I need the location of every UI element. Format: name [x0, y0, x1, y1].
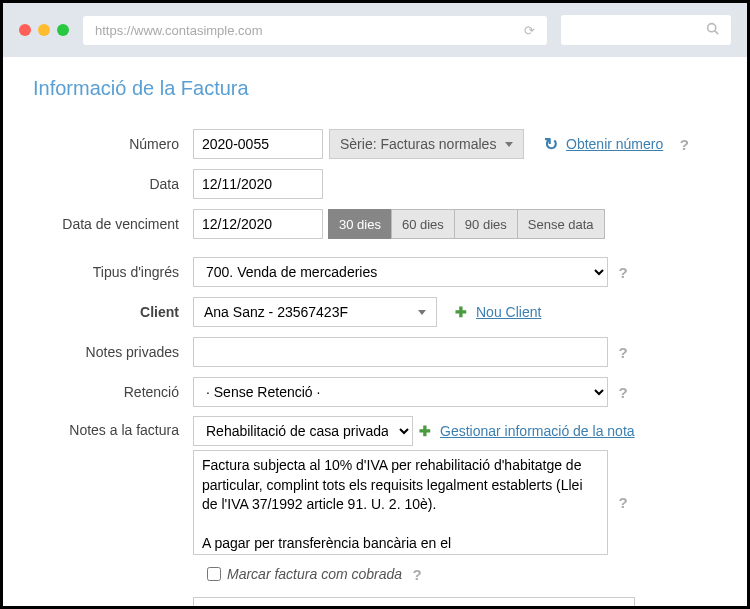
chevron-down-icon	[505, 142, 513, 147]
btn-30dies[interactable]: 30 dies	[328, 209, 392, 239]
client-selected: Ana Sanz - 23567423F	[204, 304, 348, 320]
plus-icon: ✚	[419, 423, 431, 439]
label-data: Data	[33, 176, 193, 192]
ext-text-pre: Puja la factura al teu compte de	[225, 605, 410, 609]
label-numero: Número	[33, 136, 193, 152]
svg-line-1	[715, 31, 718, 34]
help-icon[interactable]: ?	[614, 263, 632, 281]
tipus-select[interactable]: 700. Venda de mercaderies	[193, 257, 608, 287]
btn-sensedata[interactable]: Sense data	[517, 209, 605, 239]
client-dropdown[interactable]: Ana Sanz - 23567423F	[193, 297, 437, 327]
label-venciment: Data de venciment	[33, 216, 193, 232]
cobrada-checkbox[interactable]	[207, 567, 221, 581]
external-upload-box[interactable]: ✚ Puja la factura al teu compte de Dropb…	[193, 597, 635, 609]
numero-input[interactable]	[193, 129, 323, 159]
window-max-btn[interactable]	[57, 24, 69, 36]
help-icon[interactable]: ?	[614, 383, 632, 401]
help-icon[interactable]: ?	[675, 135, 693, 153]
label-client: Client	[33, 304, 193, 320]
nou-client-link[interactable]: Nou Client	[476, 304, 541, 320]
window-min-btn[interactable]	[38, 24, 50, 36]
btn-90dies[interactable]: 90 dies	[454, 209, 518, 239]
data-input[interactable]	[193, 169, 323, 199]
svg-point-0	[708, 24, 716, 32]
refresh-number-icon[interactable]: ↻	[544, 134, 558, 155]
label-retencio: Retenció	[33, 384, 193, 400]
label-notes-priv: Notes privades	[33, 344, 193, 360]
help-icon[interactable]: ?	[614, 343, 632, 361]
gestionar-nota-link[interactable]: Gestionar informació de la nota	[440, 423, 635, 439]
window-titlebar: https://www.contasimple.com ⟳	[3, 3, 747, 57]
obtenir-numero-link[interactable]: Obtenir número	[566, 136, 663, 152]
refresh-icon[interactable]: ⟳	[524, 23, 535, 38]
help-icon[interactable]: ?	[614, 494, 632, 512]
notes-template-select[interactable]: Rehabilitació de casa privada	[193, 416, 413, 446]
serie-label: Sèrie: Facturas normales	[340, 136, 496, 152]
help-icon[interactable]: ?	[408, 565, 426, 583]
btn-60dies[interactable]: 60 dies	[391, 209, 455, 239]
search-icon	[706, 22, 719, 38]
venciment-input[interactable]	[193, 209, 323, 239]
label-notes-fact: Notes a la factura	[33, 416, 193, 438]
label-tipus: Tipus d'ingrés	[33, 264, 193, 280]
top-search[interactable]	[561, 15, 731, 45]
cobrada-label: Marcar factura com cobrada	[227, 566, 402, 582]
notes-priv-input[interactable]	[193, 337, 608, 367]
serie-dropdown[interactable]: Sèrie: Facturas normales	[329, 129, 524, 159]
window-close-btn[interactable]	[19, 24, 31, 36]
gdrive-label: Google Drive	[487, 605, 569, 609]
page-title: Informació de la Factura	[33, 77, 717, 100]
notes-textarea[interactable]: Factura subjecta al 10% d'IVA per rehabi…	[193, 450, 608, 555]
chevron-down-icon	[418, 310, 426, 315]
retencio-select[interactable]: · Sense Retenció ·	[193, 377, 608, 407]
url-text: https://www.contasimple.com	[95, 23, 263, 38]
address-bar[interactable]: https://www.contasimple.com ⟳	[83, 16, 547, 45]
plus-icon: ✚	[455, 304, 467, 320]
